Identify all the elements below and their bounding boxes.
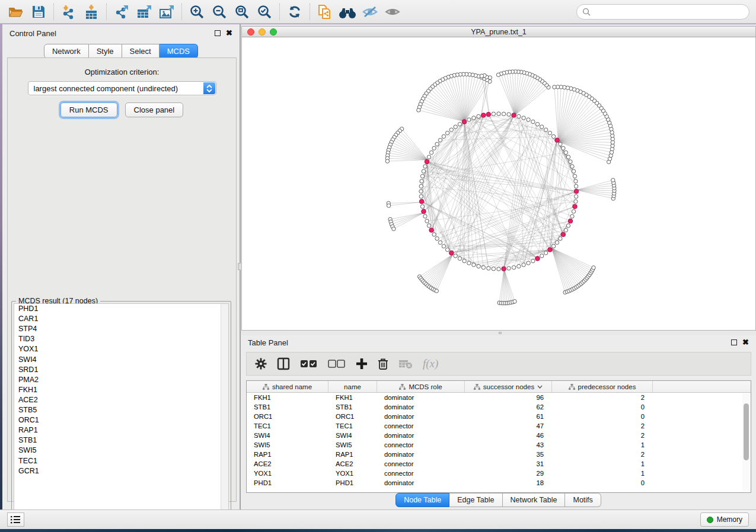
network-node[interactable] [427,155,430,159]
mcds-hub-node[interactable] [502,267,506,271]
table-cell[interactable]: dominator [377,479,465,486]
table-cell[interactable]: 35 [465,451,552,458]
mcds-result-list[interactable]: PHD1CAR1STP4TID3YOX1SWI4SRD1PMA2FKH1ACE2… [14,303,229,518]
network-node[interactable] [540,254,544,258]
column-header-successor-nodes[interactable]: successor nodes [465,381,552,392]
network-node[interactable] [544,128,548,132]
import-table-button[interactable] [80,2,103,22]
network-node[interactable] [419,190,423,193]
delete-columns-button[interactable] [378,358,388,370]
network-node[interactable] [573,174,576,178]
network-node[interactable] [472,263,476,267]
table-row[interactable]: RAP1RAP1dominator352 [247,450,751,459]
table-cell[interactable]: 0 [552,413,653,420]
network-node[interactable] [570,165,574,168]
network-node[interactable] [572,210,575,213]
network-node[interactable] [517,264,521,268]
mcds-hub-node[interactable] [573,204,578,209]
network-node[interactable] [423,165,427,168]
column-header-MCDS-role[interactable]: MCDS role [377,381,465,392]
network-node[interactable] [387,204,390,207]
table-cell[interactable]: PHD1 [328,479,377,486]
column-header-shared-name[interactable]: shared name [247,381,328,392]
network-graph[interactable] [242,37,755,330]
network-node[interactable] [566,155,570,159]
table-cell[interactable]: 0 [552,479,653,486]
network-node[interactable] [462,259,466,262]
table-scrollbar-thumb[interactable] [744,403,749,460]
network-node[interactable] [611,178,615,182]
network-node[interactable] [540,125,544,129]
mcds-hub-node[interactable] [574,189,579,194]
zoom-selected-button[interactable] [253,2,276,22]
mcds-hub-node[interactable] [548,248,553,252]
network-node[interactable] [551,244,555,248]
tab-network[interactable]: Network [44,44,89,59]
table-cell[interactable]: connector [377,441,465,448]
mcds-result-item[interactable]: CAR1 [14,314,228,324]
hide-selected-button[interactable] [359,2,381,22]
search-input[interactable] [594,8,749,16]
network-node[interactable] [535,122,539,126]
table-row[interactable]: STB1STB1dominator620 [247,402,751,412]
table-row[interactable]: SWI5SWI5connector431 [247,440,751,450]
mcds-result-item[interactable]: YOX1 [14,344,228,354]
mcds-result-item[interactable]: FKH1 [14,385,228,395]
network-node[interactable] [572,169,575,173]
table-cell[interactable]: connector [377,470,465,477]
network-node[interactable] [531,120,535,123]
network-node[interactable] [449,128,453,132]
open-file-button[interactable] [5,2,27,22]
mcds-result-item[interactable]: ORC1 [14,415,228,425]
network-node[interactable] [438,241,442,244]
table-cell[interactable]: dominator [377,413,465,420]
network-node[interactable] [425,219,429,223]
function-builder-button[interactable]: f(x) [423,357,438,370]
mcds-result-item[interactable]: PHD1 [14,304,228,314]
network-node[interactable] [507,113,511,116]
network-node[interactable] [420,174,424,178]
network-node[interactable] [496,73,500,76]
table-cell[interactable]: dominator [377,403,465,411]
network-node[interactable] [574,200,578,203]
network-node[interactable] [513,300,516,303]
network-node[interactable] [467,261,471,265]
zoom-in-button[interactable] [186,2,208,22]
memory-button[interactable]: Memory [700,512,749,527]
delete-table-button[interactable] [398,358,413,369]
network-node[interactable] [574,180,578,183]
mcds-result-item[interactable]: PMA2 [14,375,228,385]
network-node[interactable] [438,138,442,142]
network-node[interactable] [480,74,483,78]
tab-select[interactable]: Select [122,44,160,59]
network-node[interactable] [442,134,445,138]
float-table-panel-icon[interactable] [731,339,737,345]
table-cell[interactable]: YOX1 [247,470,328,477]
table-cell[interactable]: RAP1 [247,451,328,458]
mcds-hub-node[interactable] [555,138,560,143]
table-row[interactable]: SWI4SWI4dominator462 [247,431,751,440]
network-node[interactable] [458,257,461,260]
export-network-button[interactable] [110,2,133,22]
table-cell[interactable]: SWI5 [328,441,377,448]
horizontal-split-grip[interactable] [499,332,502,334]
task-history-button[interactable] [7,512,24,527]
table-cell[interactable]: connector [377,422,465,430]
mcds-result-item[interactable]: TID3 [14,334,228,344]
first-neighbors-button[interactable] [336,2,359,22]
network-node[interactable] [559,237,562,241]
mcds-result-item[interactable]: SWI4 [14,354,228,364]
network-window-titlebar[interactable]: YPA_prune.txt_1 [241,26,756,37]
network-search-field[interactable] [576,4,749,20]
table-cell[interactable]: FKH1 [328,394,377,401]
mcds-hub-node[interactable] [419,199,424,204]
table-cell[interactable]: 43 [465,441,552,448]
tab-edge-table[interactable]: Edge Table [449,493,502,507]
save-session-button[interactable] [27,2,50,22]
close-panel-icon[interactable]: ✖ [226,30,232,36]
mcds-hub-node[interactable] [486,112,491,117]
table-row[interactable]: TEC1TEC1connector472 [247,421,751,431]
network-node[interactable] [487,267,490,270]
mcds-result-item[interactable]: GCR1 [14,466,228,476]
network-node[interactable] [492,112,495,116]
